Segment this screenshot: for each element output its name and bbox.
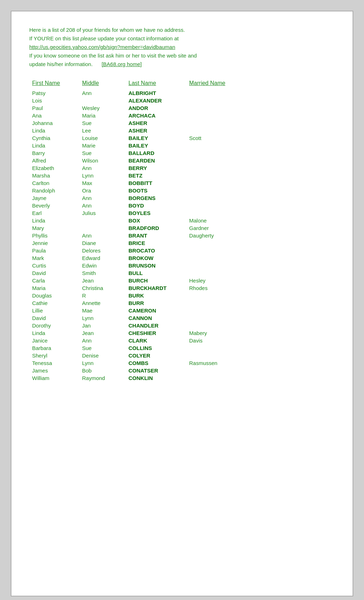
- ba68-link[interactable]: [BA68.org home]: [102, 61, 142, 67]
- geocities-link[interactable]: http://us.geocities.yahoo.com/gb/sign?me…: [29, 44, 175, 50]
- cell-first-name: Tenessa: [29, 359, 79, 367]
- table-header-row: First Name Middle Last Name Married Name: [29, 79, 335, 89]
- cell-first-name: Paul: [29, 104, 79, 112]
- table-row: MaryBRADFORDGardner: [29, 224, 335, 232]
- cell-middle-name: Lynn: [79, 359, 126, 367]
- cell-married-name: Hesley: [186, 277, 335, 284]
- cell-first-name: Earl: [29, 209, 79, 217]
- table-row: BarbaraSueCOLLINS: [29, 344, 335, 352]
- table-row: JaniceAnnCLARKDavis: [29, 337, 335, 344]
- cell-middle-name: Delores: [79, 247, 126, 254]
- table-row: AlfredWilsonBEARDEN: [29, 157, 335, 164]
- cell-middle-name: Marie: [79, 142, 126, 149]
- cell-last-name: BROCATO: [126, 247, 186, 254]
- cell-middle-name: Lynn: [79, 172, 126, 179]
- table-row: PaulWesleyANDOR: [29, 104, 335, 112]
- cell-married-name: [186, 254, 335, 262]
- cell-middle-name: Ann: [79, 202, 126, 209]
- cell-married-name: Scott: [186, 134, 335, 142]
- cell-first-name: David: [29, 269, 79, 277]
- cell-first-name: Marsha: [29, 172, 79, 179]
- cell-married-name: [186, 194, 335, 202]
- cell-first-name: Douglas: [29, 292, 79, 299]
- cell-first-name: Carla: [29, 277, 79, 284]
- table-row: LoisALEXANDER: [29, 97, 335, 104]
- cell-married-name: [186, 187, 335, 194]
- cell-married-name: [186, 202, 335, 209]
- cell-first-name: Patsy: [29, 89, 79, 97]
- cell-last-name: BRADFORD: [126, 224, 186, 232]
- cell-first-name: Curtis: [29, 262, 79, 269]
- table-row: LillieMaeCAMERON: [29, 307, 335, 314]
- cell-first-name: Maria: [29, 284, 79, 292]
- cell-married-name: [186, 292, 335, 299]
- cell-first-name: Alfred: [29, 157, 79, 164]
- cell-last-name: CONKLIN: [126, 374, 186, 382]
- cell-first-name: William: [29, 374, 79, 382]
- cell-married-name: [186, 142, 335, 149]
- cell-first-name: Cathie: [29, 299, 79, 307]
- cell-middle-name: Wesley: [79, 104, 126, 112]
- cell-first-name: Phyllis: [29, 232, 79, 239]
- table-row: JamesBobCONATSER: [29, 367, 335, 374]
- table-row: CurtisEdwinBRUNSON: [29, 262, 335, 269]
- table-row: MarkEdwardBROKOW: [29, 254, 335, 262]
- intro-line2: If YOU'RE on this list please update you…: [29, 35, 179, 41]
- table-row: TenessaLynnCOMBSRasmussen: [29, 359, 335, 367]
- cell-last-name: COMBS: [126, 359, 186, 367]
- cell-first-name: Sheryl: [29, 352, 79, 359]
- cell-last-name: CANNON: [126, 314, 186, 322]
- name-list: First Name Middle Last Name Married Name…: [29, 79, 335, 382]
- cell-last-name: BOYLES: [126, 209, 186, 217]
- cell-first-name: Elizabeth: [29, 164, 79, 172]
- cell-married-name: [186, 157, 335, 164]
- cell-first-name: Barbara: [29, 344, 79, 352]
- cell-last-name: COLLINS: [126, 344, 186, 352]
- cell-last-name: CAMERON: [126, 307, 186, 314]
- cell-married-name: [186, 239, 335, 247]
- cell-married-name: [186, 262, 335, 269]
- cell-first-name: Dorothy: [29, 322, 79, 329]
- cell-last-name: BOYD: [126, 202, 186, 209]
- cell-middle-name: [79, 217, 126, 224]
- cell-middle-name: Jean: [79, 277, 126, 284]
- cell-last-name: BRICE: [126, 239, 186, 247]
- cell-middle-name: Raymond: [79, 374, 126, 382]
- cell-first-name: Randolph: [29, 187, 79, 194]
- cell-last-name: BALLARD: [126, 149, 186, 157]
- cell-last-name: BAILEY: [126, 142, 186, 149]
- cell-middle-name: Sue: [79, 149, 126, 157]
- table-row: PhyllisAnnBRANTDaugherty: [29, 232, 335, 239]
- cell-middle-name: Edward: [79, 254, 126, 262]
- cell-married-name: Davis: [186, 337, 335, 344]
- cell-last-name: BURR: [126, 299, 186, 307]
- cell-married-name: [186, 374, 335, 382]
- intro-line4: update his/her information. [BA68.org ho…: [29, 61, 142, 67]
- table-row: EarlJuliusBOYLES: [29, 209, 335, 217]
- cell-married-name: [186, 179, 335, 187]
- table-row: PatsyAnnALBRIGHT: [29, 89, 335, 97]
- cell-middle-name: [79, 224, 126, 232]
- cell-last-name: BURCKHARDT: [126, 284, 186, 292]
- cell-married-name: [186, 149, 335, 157]
- cell-first-name: James: [29, 367, 79, 374]
- table-row: BeverlyAnnBOYD: [29, 202, 335, 209]
- cell-middle-name: Sue: [79, 119, 126, 127]
- table-row: DavidLynnCANNON: [29, 314, 335, 322]
- cell-married-name: Rasmussen: [186, 359, 335, 367]
- cell-married-name: [186, 127, 335, 134]
- cell-last-name: ASHER: [126, 119, 186, 127]
- cell-married-name: Daugherty: [186, 232, 335, 239]
- table-row: CynthiaLouiseBAILEYScott: [29, 134, 335, 142]
- cell-first-name: Jayne: [29, 194, 79, 202]
- cell-middle-name: Ann: [79, 194, 126, 202]
- cell-middle-name: R: [79, 292, 126, 299]
- cell-last-name: ANDOR: [126, 104, 186, 112]
- cell-middle-name: Ann: [79, 164, 126, 172]
- cell-first-name: Lois: [29, 97, 79, 104]
- cell-last-name: ARCHACA: [126, 112, 186, 119]
- cell-last-name: BRUNSON: [126, 262, 186, 269]
- cell-married-name: [186, 322, 335, 329]
- cell-first-name: Linda: [29, 127, 79, 134]
- cell-middle-name: Annette: [79, 299, 126, 307]
